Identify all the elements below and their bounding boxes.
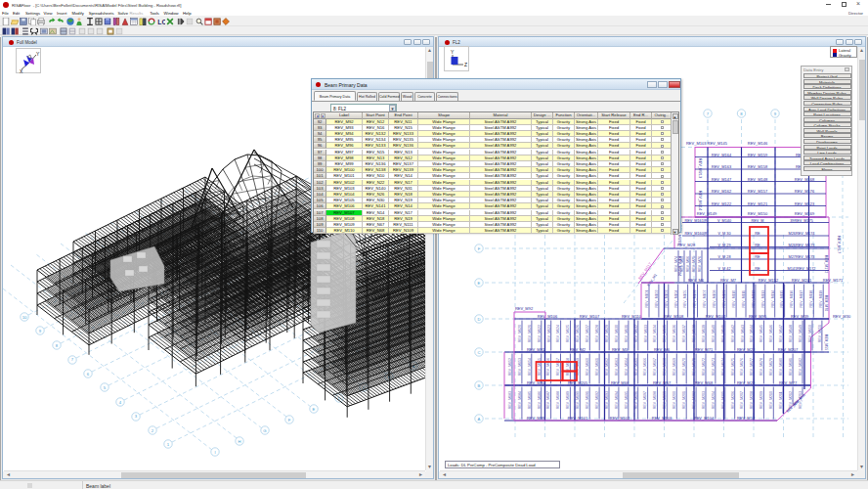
svg-text:Y: Y	[36, 51, 40, 57]
svg-text:REV_M81: REV_M81	[527, 347, 545, 352]
svg-text:REV_M200: REV_M200	[673, 391, 676, 409]
svg-text:V_M 42: V_M 42	[717, 267, 730, 271]
svg-text:H: H	[238, 439, 240, 444]
svg-text:REV_M128: REV_M128	[595, 325, 599, 342]
svg-text:REV_M155: REV_M155	[538, 358, 542, 376]
svg-text:REV_M188: REV_M188	[556, 391, 560, 409]
svg-text:REV_M104: REV_M104	[674, 290, 678, 308]
svg-text:REV_M30: REV_M30	[833, 314, 851, 319]
svg-text:REV_M89: REV_M89	[527, 416, 545, 421]
svg-text:REV_M107: REV_M107	[703, 290, 707, 308]
svg-text:REV_M209: REV_M209	[760, 391, 763, 409]
svg-text:REV_M101: REV_M101	[568, 416, 588, 421]
svg-text:REV_M3: REV_M3	[612, 347, 629, 352]
svg-text:F: F	[478, 246, 481, 251]
svg-text:REV_M17: REV_M17	[737, 416, 756, 421]
svg-text:REV_M103: REV_M103	[652, 416, 673, 421]
svg-text:REV_M127: REV_M127	[586, 325, 589, 342]
svg-text:REV_M154: REV_M154	[528, 358, 532, 376]
svg-text:REV_M143: REV_M143	[741, 325, 745, 342]
svg-text:REV_M180: REV_M180	[779, 358, 783, 376]
svg-text:REV_M201: REV_M201	[682, 391, 686, 409]
svg-text:REV_M160: REV_M160	[586, 358, 589, 376]
svg-text:I: I	[214, 450, 215, 455]
svg-text:REV_M194: REV_M194	[615, 391, 619, 409]
svg-text:REV_M139: REV_M139	[702, 325, 706, 342]
svg-text:REV_M210: REV_M210	[769, 391, 773, 409]
svg-text:REV_M55: REV_M55	[824, 334, 828, 350]
svg-text:REV_M157: REV_M157	[748, 189, 768, 194]
svg-text:REV_M191: REV_M191	[586, 391, 589, 409]
svg-text:REV_M163: REV_M163	[615, 358, 619, 376]
svg-text:REV_M129: REV_M129	[605, 325, 609, 342]
svg-text:REV_M121: REV_M121	[528, 325, 532, 342]
svg-text:REV_M92: REV_M92	[515, 306, 534, 311]
svg-text:REV_M66: REV_M66	[611, 380, 629, 385]
svg-text:G: G	[263, 428, 266, 433]
svg-text:REV_M199: REV_M199	[663, 391, 667, 409]
svg-text:REV_M120: REV_M120	[518, 325, 522, 342]
svg-text:REV_M103: REV_M103	[665, 290, 669, 308]
svg-text:REV_M105: REV_M105	[683, 290, 687, 308]
svg-text:REV_M168: REV_M168	[795, 177, 815, 182]
svg-text:REV_M6: REV_M6	[688, 278, 705, 283]
svg-text:LC: LC	[157, 19, 165, 25]
svg-text:REV_M148: REV_M148	[789, 325, 793, 342]
svg-text:REV_M148: REV_M148	[748, 177, 768, 182]
svg-text:REV_M169: REV_M169	[795, 211, 815, 216]
svg-text:REV_M211: REV_M211	[779, 391, 783, 409]
svg-text:REV_M136: REV_M136	[673, 325, 676, 342]
svg-text:RE: RE	[755, 255, 760, 259]
svg-text:Z: Z	[464, 62, 467, 67]
svg-text:REV_M106: REV_M106	[538, 314, 558, 319]
svg-text:REV_M103 REV_M145: REV_M103 REV_M145	[686, 141, 728, 146]
svg-text:C: C	[477, 350, 480, 355]
svg-text:REV_M197: REV_M197	[643, 391, 647, 409]
svg-text:REV_M20: REV_M20	[737, 380, 756, 385]
svg-text:REV_M130: REV_M130	[615, 325, 619, 342]
svg-text:REV_M207: REV_M207	[740, 391, 744, 409]
svg-text:REV_M68: REV_M68	[695, 380, 714, 385]
svg-text:REV_M70: REV_M70	[824, 295, 828, 311]
svg-text:B: B	[478, 383, 481, 388]
svg-text:REV_M173: REV_M173	[712, 358, 716, 376]
svg-text:REV_M124: REV_M124	[556, 325, 560, 342]
svg-text:REV_M164: REV_M164	[712, 153, 732, 157]
svg-text:REV_M195: REV_M195	[625, 391, 629, 409]
svg-text:REV_M146: REV_M146	[769, 325, 773, 342]
svg-text:REV_M118: REV_M118	[809, 290, 813, 308]
svg-text:REV_M182: REV_M182	[799, 358, 803, 376]
svg-text:REV_M206: REV_M206	[731, 391, 735, 409]
svg-text:REV_M133: REV_M133	[644, 325, 648, 342]
svg-text:REV_M77: REV_M77	[779, 380, 798, 385]
svg-text:REV_M67: REV_M67	[653, 380, 672, 385]
svg-text:REV_M142: REV_M142	[731, 325, 735, 342]
svg-text:M141REV_M172: M141REV_M172	[788, 267, 816, 271]
svg-text:REV_M126: REV_M126	[576, 325, 580, 342]
svg-text:REV_M162: REV_M162	[605, 358, 609, 376]
svg-text:REV_M181: REV_M181	[789, 358, 793, 376]
svg-text:A: A	[478, 417, 481, 422]
svg-text:REV_M75: REV_M75	[692, 256, 696, 272]
svg-text:REV_M207: REV_M207	[778, 347, 799, 352]
svg-text:REV_M172: REV_M172	[702, 358, 706, 376]
svg-text:REV_M102: REV_M102	[610, 416, 630, 421]
svg-text:REV_M149: REV_M149	[799, 325, 803, 342]
svg-text:REV_M107: REV_M107	[580, 314, 600, 319]
svg-text:REV_M116: REV_M116	[790, 290, 794, 308]
svg-text:REV_M104: REV_M104	[706, 314, 726, 319]
svg-text:REV_M131: REV_M131	[625, 325, 629, 342]
svg-text:REV_M176: REV_M176	[795, 189, 815, 194]
svg-text:REV_M172: REV_M172	[824, 255, 828, 273]
svg-text:REV_M117: REV_M117	[800, 290, 803, 308]
svg-text:REV_M186: REV_M186	[538, 391, 542, 409]
svg-text:REV_M158: REV_M158	[748, 164, 768, 169]
svg-text:REV_M193: REV_M193	[605, 391, 609, 409]
svg-text:REV_M101: REV_M101	[645, 290, 649, 308]
svg-text:REV_M187: REV_M187	[546, 391, 550, 409]
svg-text:REV_M122: REV_M122	[538, 325, 542, 342]
svg-text:REV_M169: REV_M169	[673, 358, 676, 376]
svg-text:REV_M2: REV_M2	[570, 347, 586, 352]
svg-text:REV_M140: REV_M140	[712, 325, 716, 342]
svg-text:RE: RE	[755, 267, 760, 271]
